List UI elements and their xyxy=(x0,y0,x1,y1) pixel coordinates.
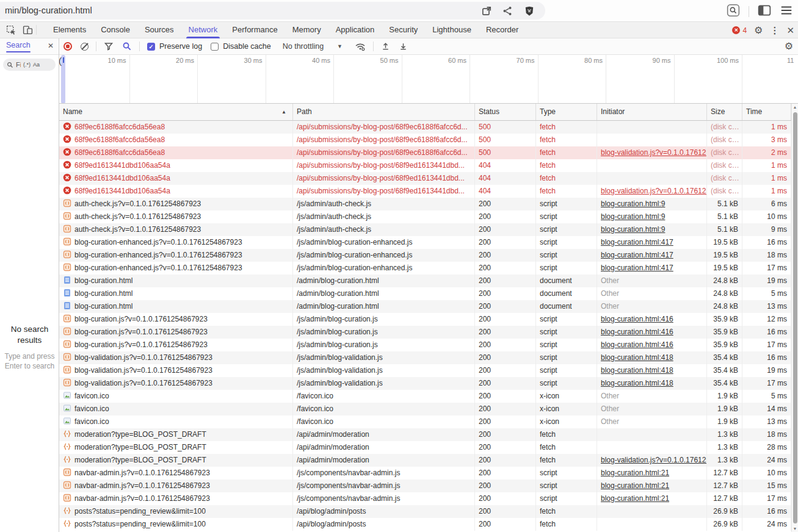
tab-recorder[interactable]: Recorder xyxy=(479,22,526,38)
initiator-link[interactable]: blog-curation.html:21 xyxy=(601,481,669,490)
tab-memory[interactable]: Memory xyxy=(285,22,328,38)
initiator-link[interactable]: blog-curation.html:21 xyxy=(601,494,669,503)
initiator-link[interactable]: blog-curation.html:417 xyxy=(601,251,673,259)
initiator-link[interactable]: blog-curation.html:418 xyxy=(601,379,673,387)
initiator-link[interactable]: blog-curation.html:417 xyxy=(601,238,673,246)
table-row[interactable]: 68f9ec6188f6afcc6da56ea8/api/submissions… xyxy=(59,146,791,159)
table-row[interactable]: blog-curation-enhanced.js?v=0.1.0.176125… xyxy=(59,262,791,275)
network-settings-icon[interactable]: ⚙ xyxy=(785,41,793,51)
clear-button[interactable] xyxy=(76,38,93,55)
network-overview-timeline[interactable]: 10 ms20 ms30 ms40 ms50 ms60 ms70 ms80 ms… xyxy=(59,55,798,104)
table-row[interactable]: favicon.ico/favicon.ico200x-iconOther1.9… xyxy=(59,403,791,415)
column-header-size[interactable]: Size xyxy=(707,104,742,120)
column-header-type[interactable]: Type xyxy=(536,104,597,120)
column-header-name[interactable]: Name▲ xyxy=(59,104,293,120)
initiator-link[interactable]: blog-curation.html:416 xyxy=(601,315,673,323)
table-row[interactable]: 68f9ec6188f6afcc6da56ea8/api/submissions… xyxy=(59,134,791,146)
table-row[interactable]: auth-check.js?v=0.1.0.1761254867923/js/a… xyxy=(59,198,791,210)
menu-icon[interactable] xyxy=(780,4,793,20)
table-row[interactable]: navbar-admin.js?v=0.1.0.1761254867923/js… xyxy=(59,480,791,492)
table-row[interactable]: blog-curation-enhanced.js?v=0.1.0.176125… xyxy=(59,249,791,262)
table-row[interactable]: navbar-admin.js?v=0.1.0.1761254867923/js… xyxy=(59,492,791,505)
vertical-scrollbar[interactable]: ▲ ▼ xyxy=(791,104,798,532)
initiator-link[interactable]: blog-curation.html:418 xyxy=(601,353,673,362)
search-panel-close-icon[interactable]: ✕ xyxy=(48,41,54,50)
initiator-link[interactable]: blog-curation.html:21 xyxy=(601,469,669,477)
initiator-link[interactable]: blog-validation.js?v=0.1.0.1761254867923 xyxy=(601,187,707,195)
devtools-settings-icon[interactable]: ⚙ xyxy=(754,26,763,35)
table-row[interactable]: blog-curation.js?v=0.1.0.1761254867923/j… xyxy=(59,326,791,339)
network-conditions-icon[interactable] xyxy=(350,38,370,55)
table-row[interactable]: blog-validation.js?v=0.1.0.1761254867923… xyxy=(59,364,791,377)
table-row[interactable]: moderation?type=BLOG_POST_DRAFT/api/admi… xyxy=(59,441,791,454)
share-icon[interactable] xyxy=(502,5,513,16)
initiator-link[interactable]: blog-curation.html:416 xyxy=(601,328,673,336)
column-header-path[interactable]: Path xyxy=(293,104,475,120)
initiator-link[interactable]: blog-validation.js?v=0.1.0.1761254867923 xyxy=(601,456,707,464)
inspect-element-icon[interactable] xyxy=(5,24,16,35)
scroll-up-icon[interactable]: ▲ xyxy=(792,105,798,109)
table-row[interactable]: favicon.ico/favicon.ico200x-iconOther1.9… xyxy=(59,415,791,428)
initiator-link[interactable]: blog-curation.html:416 xyxy=(601,340,673,349)
table-row[interactable]: blog-curation.js?v=0.1.0.1761254867923/j… xyxy=(59,339,791,351)
disable-cache-checkbox[interactable]: Disable cache xyxy=(206,38,275,55)
search-icon[interactable] xyxy=(118,38,136,55)
find-in-page-icon[interactable] xyxy=(727,4,740,20)
table-row[interactable]: 68f9ed1613441dbd106aa54a/api/submissions… xyxy=(59,159,791,172)
scrollbar-thumb[interactable] xyxy=(793,112,797,523)
initiator-link[interactable]: blog-curation.html:9 xyxy=(601,225,665,234)
search-input[interactable]: Find (.*) Aa xyxy=(3,59,56,71)
tab-performance[interactable]: Performance xyxy=(225,22,285,38)
device-toolbar-icon[interactable] xyxy=(22,24,33,35)
column-header-status[interactable]: Status xyxy=(475,104,536,120)
column-header-initiator[interactable]: Initiator xyxy=(597,104,707,120)
devtools-close-icon[interactable]: ✕ xyxy=(786,26,794,35)
table-row[interactable]: blog-curation.html/admin/blog-curation.h… xyxy=(59,300,791,313)
export-har-icon[interactable] xyxy=(394,38,412,55)
regex-toggle[interactable]: (.*) xyxy=(23,62,31,68)
tab-sources[interactable]: Sources xyxy=(137,22,181,38)
devtools-more-icon[interactable]: ⋮ xyxy=(770,26,779,35)
throttling-select[interactable]: No throttling ▼ xyxy=(275,38,347,55)
initiator-link[interactable]: blog-curation.html:9 xyxy=(601,212,665,221)
table-row[interactable]: blog-curation.html/admin/blog-curation.h… xyxy=(59,287,791,300)
tab-security[interactable]: Security xyxy=(382,22,425,38)
match-case-toggle[interactable]: Aa xyxy=(33,62,40,68)
table-row[interactable]: blog-curation-enhanced.js?v=0.1.0.176125… xyxy=(59,236,791,249)
tab-application[interactable]: Application xyxy=(328,22,382,38)
initiator-link[interactable]: blog-curation.html:418 xyxy=(601,366,673,375)
tab-lighthouse[interactable]: Lighthouse xyxy=(425,22,479,38)
overview-selection-handle[interactable]: ( xyxy=(61,55,65,104)
table-row[interactable]: blog-curation.html/admin/blog-curation.h… xyxy=(59,275,791,287)
table-row[interactable]: navbar-admin.js?v=0.1.0.1761254867923/js… xyxy=(59,467,791,480)
brave-shield-icon[interactable] xyxy=(524,5,535,16)
table-row[interactable]: moderation?type=BLOG_POST_DRAFT/api/admi… xyxy=(59,428,791,441)
tab-console[interactable]: Console xyxy=(93,22,137,38)
table-row[interactable]: 68f9ec6188f6afcc6da56ea8/api/submissions… xyxy=(59,121,791,134)
search-panel-tab[interactable]: Search xyxy=(6,41,31,49)
error-count-badge[interactable]: ✕ 4 xyxy=(732,26,747,35)
address-bar[interactable]: min/blog-curation.html xyxy=(0,2,545,20)
table-row[interactable]: moderation?type=BLOG_POST_DRAFT/api/admi… xyxy=(59,454,791,467)
table-row[interactable]: 68f9ed1613441dbd106aa54a/api/submissions… xyxy=(59,172,791,185)
table-row[interactable]: auth-check.js?v=0.1.0.1761254867923/js/a… xyxy=(59,223,791,236)
scroll-down-icon[interactable]: ▼ xyxy=(792,527,798,531)
open-external-icon[interactable] xyxy=(481,5,492,16)
table-row[interactable]: 68f9ed1613441dbd106aa54a/api/submissions… xyxy=(59,185,791,198)
table-row[interactable]: blog-validation.js?v=0.1.0.1761254867923… xyxy=(59,351,791,364)
table-row[interactable]: blog-validation.js?v=0.1.0.1761254867923… xyxy=(59,377,791,390)
filter-icon[interactable] xyxy=(100,38,118,55)
table-row[interactable]: blog-curation.js?v=0.1.0.1761254867923/j… xyxy=(59,313,791,326)
preserve-log-checkbox[interactable]: ✓ Preserve log xyxy=(143,38,206,55)
table-row[interactable]: posts?status=pending_review&limit=100/ap… xyxy=(59,518,791,531)
import-har-icon[interactable] xyxy=(377,38,394,55)
table-row[interactable]: auth-check.js?v=0.1.0.1761254867923/js/a… xyxy=(59,210,791,223)
tab-elements[interactable]: Elements xyxy=(46,22,93,38)
initiator-link[interactable]: blog-validation.js?v=0.1.0.1761254867923 xyxy=(601,148,707,157)
tab-network[interactable]: Network xyxy=(181,22,225,38)
column-header-time[interactable]: Time xyxy=(742,104,791,120)
table-row[interactable]: favicon.ico/favicon.ico200x-iconOther1.9… xyxy=(59,390,791,403)
table-row[interactable]: posts?status=pending_review&limit=100/ap… xyxy=(59,505,791,518)
record-button[interactable] xyxy=(59,38,76,55)
initiator-link[interactable]: blog-curation.html:9 xyxy=(601,200,665,208)
